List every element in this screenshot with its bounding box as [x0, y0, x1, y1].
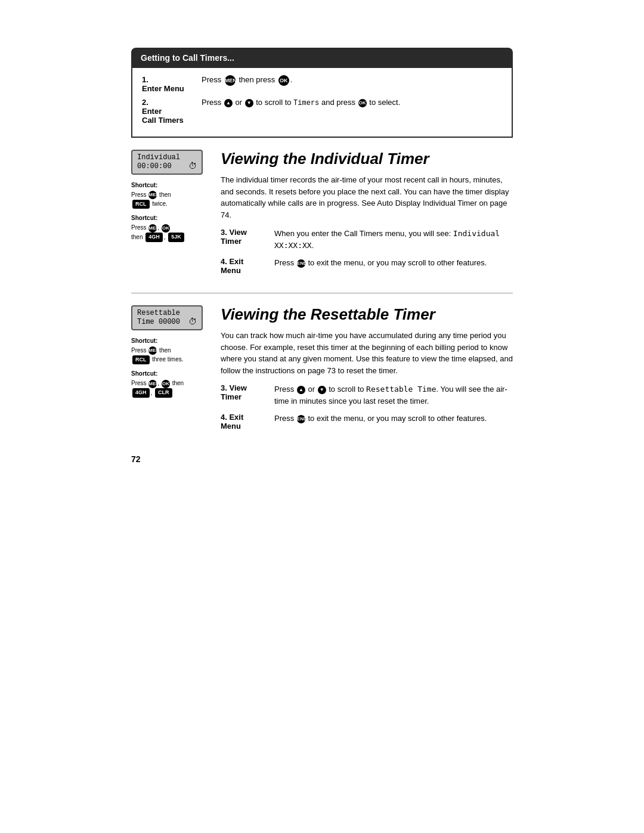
menu-btn-r2: MENU: [148, 380, 157, 388]
page: Getting to Call Timers... 1. Enter Menu …: [119, 36, 525, 476]
menu-btn-s1: MENU: [148, 191, 157, 199]
call-timers-header: Getting to Call Timers...: [131, 48, 513, 68]
4gh-btn: 4GH: [145, 233, 163, 242]
resettable-screen-line-1: Resettable: [137, 309, 197, 317]
clr-btn-r: CLR: [155, 388, 172, 398]
individual-left-col: Individual 00:00:00 ⏱ Shortcut: Press ME…: [131, 150, 209, 281]
step-1-num: 1.: [142, 75, 202, 84]
individual-body: The individual timer records the air-tim…: [221, 174, 513, 221]
resettable-step-4-num: 4. Exit: [221, 413, 243, 422]
menu-btn-s2: MENU: [148, 224, 157, 233]
resettable-step-4-content: Press END to exit the menu, or you may s…: [274, 413, 513, 425]
individual-shortcut-1: Shortcut: Press MENU then RCL twice.: [131, 182, 209, 209]
step-1-label: 1. Enter Menu: [142, 75, 202, 93]
resettable-step-3-label: 3. View Timer: [221, 383, 274, 401]
screen-line-1: Individual: [137, 153, 197, 162]
screen-line-2: 00:00:00 ⏱: [137, 162, 197, 171]
step-1-title: Enter Menu: [142, 84, 202, 93]
resettable-timer-section: Resettable Time 00000 ⏱ Shortcut: Press …: [131, 305, 513, 436]
step-2-num: 2.: [142, 98, 202, 107]
end-btn-1: END: [297, 259, 305, 268]
step-2-subtitle: Call Timers: [142, 116, 202, 125]
shortcut-2-label: Shortcut:: [131, 215, 209, 221]
up-arrow-r: ▲: [297, 386, 305, 394]
individual-shortcut-2: Shortcut: Press MENU, OK then 4GH, 5JK: [131, 215, 209, 241]
resettable-shortcut-1-label: Shortcut:: [131, 337, 209, 344]
step-3-label: 3. View Timer: [221, 228, 274, 246]
ok-button: OK: [278, 75, 289, 86]
resettable-steps: 3. View Timer Press ▲ or ▼ to scroll to …: [221, 383, 513, 431]
shortcut-1-text: Press MENU then RCL twice.: [131, 190, 209, 209]
menu-btn-r1: MENU: [148, 346, 157, 355]
resettable-shortcut-1-text: Press MENU then RCL three times.: [131, 346, 209, 364]
individual-steps: 3. View Timer When you enter the Call Ti…: [221, 228, 513, 275]
section-divider: [131, 293, 513, 293]
resettable-shortcut-2-text: Press MENU, OK then 4GH, CLR: [131, 379, 209, 397]
resettable-screen-text-2: Time 00000: [137, 318, 180, 326]
end-btn-2: END: [297, 415, 305, 423]
step-1-desc: Press MENU then press OK.: [202, 75, 502, 86]
5jk-btn: 5JK: [168, 233, 184, 242]
resettable-clock-icon: ⏱: [188, 317, 197, 327]
resettable-step-4-label: 4. Exit Menu: [221, 413, 274, 431]
step-2-desc: Press ▲ or ▼ to scroll to Timers and pre…: [202, 98, 502, 107]
screen-text-1: Individual: [137, 153, 180, 162]
resettable-right-col: Viewing the Resettable Timer You can tra…: [221, 305, 513, 436]
step-4-sub: Menu: [221, 266, 274, 275]
resettable-screen: Resettable Time 00000 ⏱: [131, 305, 203, 330]
resettable-screen-line-2: Time 00000 ⏱: [137, 317, 197, 327]
call-timers-section: Getting to Call Timers... 1. Enter Menu …: [131, 48, 513, 138]
screen-text-2: 00:00:00: [137, 162, 172, 171]
resettable-step-3-sub: Timer: [221, 392, 274, 401]
step-2-row: 2. Enter Call Timers Press ▲ or ▼ to scr…: [142, 98, 502, 125]
rcl-btn: RCL: [132, 200, 150, 209]
resettable-shortcut-2-label: Shortcut:: [131, 370, 209, 377]
rcl-btn-r: RCL: [132, 355, 150, 365]
step-4-label: 4. Exit Menu: [221, 257, 274, 275]
clock-icon: ⏱: [188, 162, 197, 171]
step-4-content: Press END to exit the menu, or you may s…: [274, 257, 513, 269]
shortcut-1-label: Shortcut:: [131, 182, 209, 188]
ok-btn-s2: OK: [162, 224, 170, 233]
resettable-title: Viewing the Resettable Timer: [221, 305, 513, 324]
up-arrow-icon: ▲: [224, 99, 233, 107]
resettable-left-col: Resettable Time 00000 ⏱ Shortcut: Press …: [131, 305, 209, 436]
ok-btn-r2: OK: [162, 380, 170, 388]
resettable-step-3: 3. View Timer Press ▲ or ▼ to scroll to …: [221, 383, 513, 407]
menu-button: MENU: [225, 75, 236, 86]
step-1-row: 1. Enter Menu Press MENU then press OK.: [142, 75, 502, 93]
individual-screen: Individual 00:00:00 ⏱: [131, 150, 203, 175]
call-timers-steps: 1. Enter Menu Press MENU then press OK. …: [131, 68, 513, 138]
resettable-body: You can track how much air-time you have…: [221, 330, 513, 376]
step-3-content: When you enter the Call Timers menu, you…: [274, 228, 513, 251]
down-arrow-icon: ▼: [245, 99, 253, 107]
down-arrow-r: ▼: [318, 386, 326, 394]
step-2-title: Enter: [142, 107, 202, 116]
resettable-shortcut-2: Shortcut: Press MENU, OK then 4GH, CLR: [131, 370, 209, 397]
step-2-label: 2. Enter Call Timers: [142, 98, 202, 125]
resettable-screen-text-1: Resettable: [137, 309, 180, 317]
resettable-step-3-content: Press ▲ or ▼ to scroll to Resettable Tim…: [274, 383, 513, 407]
page-number: 72: [131, 454, 513, 464]
step-3-num: 3. View: [221, 228, 247, 237]
step-3-sub: Timer: [221, 237, 274, 246]
resettable-step-4: 4. Exit Menu Press END to exit the menu,…: [221, 413, 513, 431]
individual-step-3: 3. View Timer When you enter the Call Ti…: [221, 228, 513, 251]
individual-timer-section: Individual 00:00:00 ⏱ Shortcut: Press ME…: [131, 150, 513, 281]
resettable-step-4-sub: Menu: [221, 422, 274, 431]
4gh-btn-r: 4GH: [132, 388, 150, 398]
resettable-step-3-num: 3. View: [221, 383, 247, 392]
resettable-shortcut-1: Shortcut: Press MENU then RCL three time…: [131, 337, 209, 364]
individual-title: Viewing the Individual Timer: [221, 150, 513, 168]
step-4-num: 4. Exit: [221, 257, 243, 266]
individual-step-4: 4. Exit Menu Press END to exit the menu,…: [221, 257, 513, 275]
ok-button-2: OK: [358, 99, 367, 107]
shortcut-2-text: Press MENU, OK then 4GH, 5JK: [131, 223, 209, 241]
individual-right-col: Viewing the Individual Timer The individ…: [221, 150, 513, 281]
call-timers-title: Getting to Call Timers...: [141, 53, 234, 63]
